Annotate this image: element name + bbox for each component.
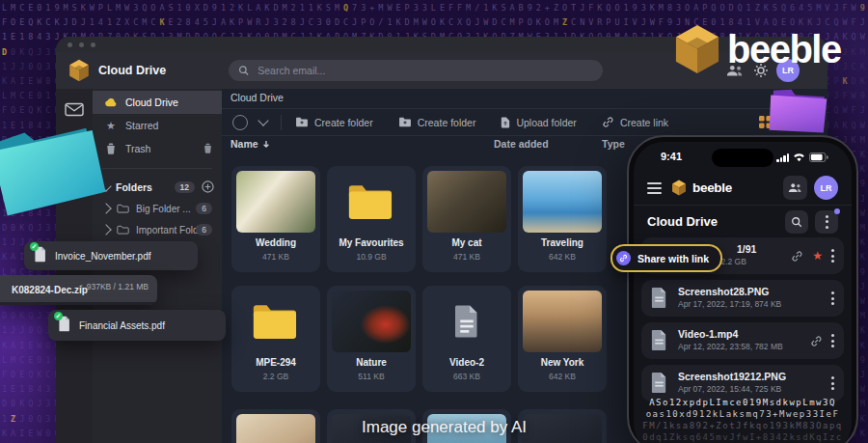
beeble-logo-icon [671,180,687,196]
file-name: Video-1.mp4 [678,328,738,340]
folder-label: Big Folder ... [136,204,191,214]
tooltip-label: Share with link [637,253,709,264]
select-dropdown-icon[interactable] [258,115,268,125]
file-icon [650,329,668,351]
sidebar-item-starred[interactable]: ★ Starred [93,114,222,137]
star-icon[interactable]: ★ [812,250,823,262]
share-with-link-tooltip[interactable]: Share with link [610,244,722,272]
shared-users-button[interactable] [783,176,807,200]
photo-thumbnail [523,171,602,233]
column-name[interactable]: Name [231,138,270,150]
search-button[interactable] [785,210,808,234]
notification-dot [834,208,840,214]
sidebar-divider [102,168,212,169]
upload-complete-toast-2[interactable]: ✓ Financial Assets.pdf [48,310,226,341]
photo-thumbnail [332,291,411,352]
row-kebab-icon[interactable] [831,334,834,347]
file-size: 2.2 GB [231,372,320,381]
select-all-checkbox[interactable] [232,115,248,130]
create-folder-button[interactable]: Create folder [295,117,373,128]
folder-icon [117,204,129,213]
check-badge-icon: ✓ [54,312,63,320]
toast-file-name: Invoice_November.pdf [55,251,151,262]
folder-thumbnail [236,291,315,352]
menu-icon[interactable] [647,182,662,194]
column-type[interactable]: Type [602,138,625,150]
file-name: New York [518,357,607,368]
traffic-light-buttons[interactable] [68,42,95,47]
file-card-video-2[interactable]: Video-2 663 KB [422,286,511,392]
file-row-screenshot28[interactable]: Screenshot28.PNG Apr 17, 2022, 17:19, 87… [641,280,844,317]
progress-value: 937KB / 1.21 MB [87,282,149,291]
file-name: Screenshot28.PNG [678,286,770,297]
button-label: Upload folder [516,117,576,128]
column-date-added[interactable]: Date added [494,138,549,150]
app-title: beeble [692,180,732,195]
file-row-video-1[interactable]: Video-1.mp4 Apr 12, 2022, 23:58, 782 MB [641,322,844,359]
row-kebab-icon[interactable] [831,291,834,305]
upload-arrow-icon: ↑ [79,282,84,291]
button-label: Create link [620,117,668,128]
upload-complete-toast[interactable]: ✓ Invoice_November.pdf [24,241,198,270]
sort-down-icon [262,140,270,149]
file-card-partial[interactable] [518,409,607,443]
beeble-logo-icon [68,59,90,82]
row-kebab-icon[interactable] [831,376,834,390]
trash-icon [104,143,118,154]
phone-app-bar: beeble LR [634,171,852,206]
create-folder-button-2[interactable]: Create folder [398,117,476,128]
file-name: Wedding [231,237,320,248]
file-size: 663 KB [422,372,511,381]
upload-progress-toast[interactable]: K082824-Dec.zip ↑ 937KB / 1.21 MB [0,275,157,305]
photo-thumbnail [427,171,506,233]
sidebar-item-cloud-drive[interactable]: Cloud Drive [93,91,222,114]
mail-icon[interactable] [65,102,84,117]
add-folder-icon[interactable] [202,180,214,195]
sidebar-folder-important-folder[interactable]: Important Folder 6 [93,219,222,240]
search-icon [238,65,249,76]
star-icon: ★ [104,120,118,132]
file-card-my-favourites[interactable]: My Favourites 10.9 GB [327,166,416,272]
trash-delete-icon[interactable] [203,143,212,155]
folder-plus-icon [295,117,309,127]
file-meta: Apr 17, 2022, 17:19, 874 KB [678,299,781,309]
column-label: Name [231,138,258,150]
pdf-file-icon: ✓ [58,316,71,336]
search-bar[interactable] [229,60,603,81]
link-icon [602,116,614,128]
file-card-nature[interactable]: Nature 511 KB [327,286,416,392]
cipher-line: FM/1ksa892+ZotJfkqo193kM83Oapq [634,421,852,430]
chevron-right-icon [100,224,111,235]
folders-header-label: Folders [116,181,152,193]
more-options-button[interactable] [815,210,838,234]
file-name: Screenshot19212.PNG [678,371,786,382]
link-icon [791,250,803,263]
file-upload-icon [501,117,510,128]
row-kebab-icon[interactable] [831,249,834,263]
progress-bar-track [0,302,157,305]
folder-icon [251,302,301,341]
file-card-new-york[interactable]: New York 642 KB [518,286,607,392]
file-card-traveling[interactable]: Traveling 642 KB [518,166,607,272]
file-icon [650,287,668,309]
battery-icon [809,152,828,162]
folders-section-header[interactable]: Folders 12 [93,177,222,198]
file-name: 1/91 [737,243,756,255]
pdf-file-icon: ✓ [34,246,47,266]
folder-icon [117,225,129,235]
link-icon [616,251,631,265]
search-input[interactable] [256,64,593,77]
file-card-mpe-294[interactable]: MPE-294 2.2 GB [231,286,320,392]
toast-file-name: Financial Assets.pdf [79,320,165,331]
sidebar-folder-big-folder[interactable]: Big Folder ... 6 [93,198,222,219]
file-icon [650,372,668,394]
file-card-partial[interactable] [231,409,320,443]
create-link-button[interactable]: Create link [602,116,668,128]
file-card-wedding[interactable]: Wedding 471 KB [231,166,320,272]
user-avatar[interactable]: LR [814,176,838,200]
file-name: My Favourites [327,237,416,248]
sidebar-item-trash[interactable]: Trash [93,137,222,160]
upload-folder-button[interactable]: Upload folder [501,117,576,128]
file-row-screenshot19212[interactable]: Screenshot19212.PNG Apr 07, 2022, 15:44,… [641,365,844,401]
file-card-my-cat[interactable]: My cat 471 KB [422,166,511,272]
